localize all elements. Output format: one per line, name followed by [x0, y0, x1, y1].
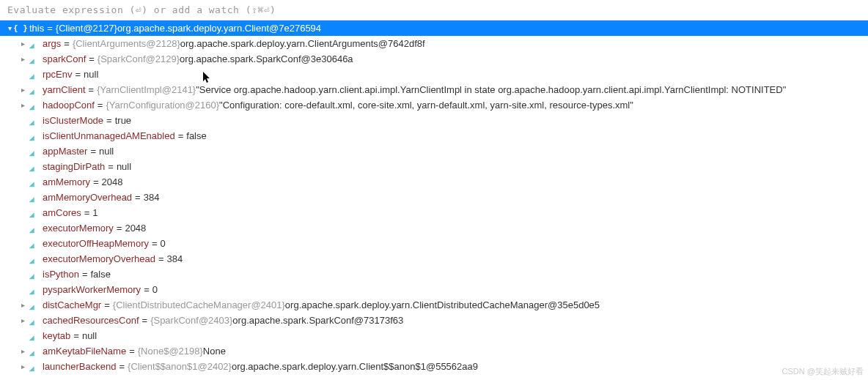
- field-tag-icon: [28, 330, 40, 342]
- field-tag-icon: [28, 207, 40, 219]
- variable-type: {ClientArguments@2128}: [73, 38, 180, 49]
- equals-sign: =: [79, 269, 91, 280]
- tree-row[interactable]: ▸sparkConf={SparkConf@2129} org.apache.s…: [0, 51, 868, 67]
- chevron-right-icon[interactable]: ▸: [18, 101, 28, 109]
- tree-row[interactable]: ▸executorOffHeapMemory=0: [0, 236, 868, 251]
- tree-row-this[interactable]: ▾{ }this={Client@2127} org.apache.spark.…: [0, 21, 868, 36]
- variable-value: 1: [92, 207, 98, 218]
- tree-row[interactable]: ▸cachedResourcesConf={SparkConf@2403} or…: [0, 313, 868, 328]
- variable-name: keytab: [43, 330, 70, 341]
- tree-row[interactable]: ▸amKeytabFileName={None$@2198} None: [0, 343, 868, 359]
- field-tag-icon: [28, 146, 40, 157]
- field-tag-icon: [28, 84, 40, 96]
- chevron-right-icon[interactable]: ▸: [18, 347, 28, 355]
- variable-name: rpcEnv: [43, 69, 72, 80]
- tree-row[interactable]: ▸executorMemoryOverhead=384: [0, 251, 868, 267]
- variable-type: {SparkConf@2403}: [150, 315, 232, 326]
- equals-sign: =: [44, 23, 56, 34]
- variable-name: isClusterMode: [43, 115, 103, 126]
- tree-row[interactable]: ▸launcherBackend={Client$$anon$1@2402} o…: [0, 359, 868, 374]
- variable-type: {Client$$anon$1@2402}: [128, 361, 232, 372]
- tree-row[interactable]: ▸hadoopConf={YarnConfiguration@2160} "Co…: [0, 97, 868, 113]
- variable-name: args: [43, 38, 61, 49]
- object-braces-icon: { }: [15, 23, 26, 34]
- variable-value: false: [90, 269, 110, 280]
- tree-row[interactable]: ▸isPython=false: [0, 267, 868, 282]
- field-tag-icon: [28, 253, 40, 265]
- field-tag-icon: [28, 38, 40, 50]
- variable-value: "Service org.apache.hadoop.yarn.client.a…: [196, 84, 786, 95]
- variable-name: executorMemory: [43, 223, 114, 234]
- variable-value: org.apache.spark.deploy.yarn.Client$$ano…: [232, 361, 478, 372]
- field-tag-icon: [28, 161, 40, 173]
- field-tag-icon: [28, 69, 40, 81]
- equals-sign: =: [70, 330, 82, 341]
- tree-row[interactable]: ▸isClusterMode=true: [0, 113, 868, 128]
- variable-value: null: [99, 146, 114, 157]
- tree-row[interactable]: ▸pysparkWorkerMemory=0: [0, 282, 868, 297]
- field-tag-icon: [28, 223, 40, 234]
- variable-name: amCores: [43, 207, 81, 218]
- variable-value: 384: [167, 253, 183, 264]
- field-tag-icon: [28, 238, 40, 250]
- equals-sign: =: [105, 161, 117, 172]
- tree-row[interactable]: ▸amCores=1: [0, 205, 868, 220]
- variable-name: distCacheMgr: [43, 299, 101, 310]
- variable-type: {SparkConf@2129}: [98, 53, 180, 64]
- variable-name: sparkConf: [43, 53, 86, 64]
- variable-value: org.apache.spark.SparkConf@73173f63: [232, 315, 403, 326]
- variable-type: {Client@2127}: [56, 23, 117, 34]
- tree-row[interactable]: ▸rpcEnv=null: [0, 67, 868, 82]
- chevron-right-icon[interactable]: ▸: [18, 40, 28, 48]
- tree-row[interactable]: ▸isClientUnmanagedAMEnabled=false: [0, 128, 868, 144]
- variable-value: false: [186, 130, 206, 141]
- tree-row[interactable]: ▸appMaster=null: [0, 144, 868, 159]
- tree-row[interactable]: ▸amMemoryOverhead=384: [0, 190, 868, 205]
- variable-name: amMemoryOverhead: [43, 192, 132, 203]
- chevron-right-icon[interactable]: ▸: [18, 316, 28, 324]
- variable-name: cachedResourcesConf: [43, 315, 139, 326]
- tree-row[interactable]: ▸amMemory=2048: [0, 174, 868, 190]
- tree-row[interactable]: ▸executorMemory=2048: [0, 220, 868, 236]
- variable-name: isClientUnmanagedAMEnabled: [43, 130, 175, 141]
- variable-type: {YarnClientImpl@2141}: [97, 84, 196, 95]
- chevron-right-icon[interactable]: ▸: [18, 362, 28, 370]
- equals-sign: =: [114, 223, 125, 234]
- equals-sign: =: [86, 84, 98, 95]
- field-tag-icon: [28, 53, 40, 65]
- variable-value: 0: [161, 238, 166, 249]
- chevron-right-icon[interactable]: ▸: [18, 86, 28, 94]
- variable-value: 2048: [102, 176, 123, 187]
- equals-sign: =: [103, 115, 115, 126]
- field-tag-icon: [28, 130, 40, 142]
- variable-value: org.apache.spark.deploy.yarn.ClientArgum…: [180, 38, 425, 49]
- chevron-right-icon[interactable]: ▸: [18, 301, 28, 309]
- tree-row[interactable]: ▸stagingDirPath=null: [0, 159, 868, 174]
- chevron-right-icon[interactable]: ▸: [18, 55, 28, 63]
- variable-name: launcherBackend: [43, 361, 116, 372]
- variable-value: org.apache.spark.deploy.yarn.ClientDistr…: [285, 299, 600, 310]
- equals-sign: =: [72, 69, 84, 80]
- variable-type: {None$@2198}: [138, 346, 203, 357]
- field-tag-icon: [28, 299, 40, 311]
- variable-name: amKeytabFileName: [43, 346, 126, 357]
- variable-value: 384: [144, 192, 160, 203]
- variable-type: {YarnConfiguration@2160}: [106, 100, 219, 111]
- evaluate-expression-input[interactable]: Evaluate expression (⏎) or add a watch (…: [0, 0, 868, 21]
- tree-row[interactable]: ▸keytab=null: [0, 328, 868, 343]
- equals-sign: =: [141, 284, 152, 295]
- variable-name: this: [29, 23, 44, 34]
- variable-type: {ClientDistributedCacheManager@2401}: [113, 299, 285, 310]
- variable-name: hadoopConf: [43, 100, 95, 111]
- equals-sign: =: [101, 299, 113, 310]
- tree-row[interactable]: ▸args={ClientArguments@2128} org.apache.…: [0, 36, 868, 51]
- tree-row[interactable]: ▸distCacheMgr={ClientDistributedCacheMan…: [0, 297, 868, 313]
- equals-sign: =: [86, 53, 98, 64]
- field-tag-icon: [28, 100, 40, 111]
- tree-row[interactable]: ▸yarnClient={YarnClientImpl@2141} "Servi…: [0, 82, 868, 97]
- watermark-text: CSDN @笑起来贼好看: [782, 366, 864, 374]
- equals-sign: =: [81, 207, 93, 218]
- equals-sign: =: [149, 238, 161, 249]
- field-tag-icon: [28, 269, 40, 280]
- equals-sign: =: [126, 346, 138, 357]
